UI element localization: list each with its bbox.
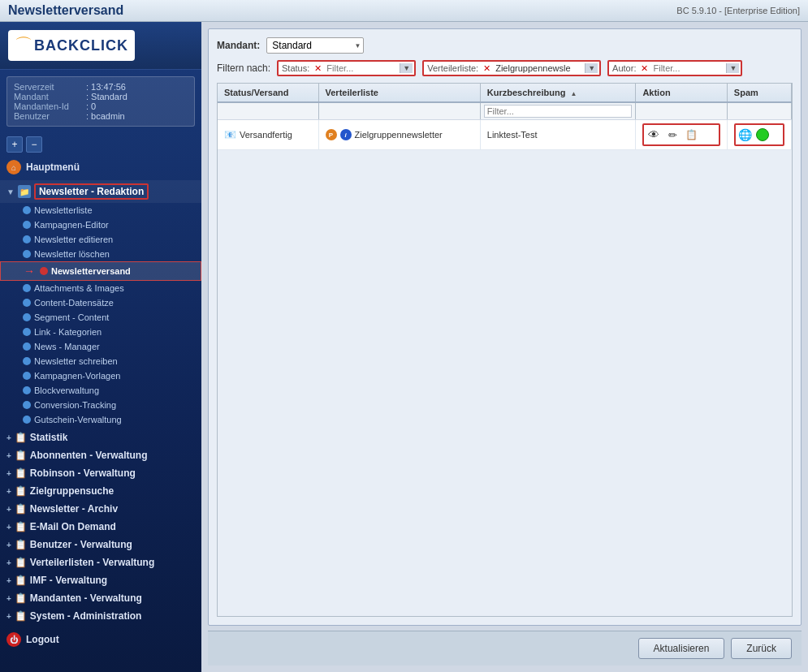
sidebar-item-segment-content[interactable]: Segment - Content [0, 310, 201, 325]
sidebar-item-newsletterliste[interactable]: Newsletterliste [0, 203, 201, 218]
filter-label: Filtern nach: [217, 62, 270, 74]
spam-green-btn[interactable] [756, 128, 769, 141]
serverzeit-label: Serverzeit [14, 82, 83, 92]
status-filter-dropdown[interactable]: ▼ [400, 63, 413, 73]
sidebar-item-link-kategorien[interactable]: Link - Kategorien [0, 325, 201, 339]
tool-add-btn[interactable]: + [6, 136, 23, 153]
dot-icon [23, 313, 31, 321]
expand-icon: + [6, 558, 11, 567]
verteilerliste-clear-btn[interactable]: ✕ [482, 63, 492, 74]
dot-icon [23, 284, 31, 292]
status-label: Status: [280, 63, 311, 73]
sidebar-item-content-datensaetze[interactable]: Content-Datensätze [0, 295, 201, 310]
nav-arrow-icon: → [24, 265, 35, 278]
logo-arc: ⌒ [15, 33, 32, 58]
mandant-value: : Standard [86, 92, 127, 101]
verteilerliste-filter-group: Verteilerliste: ✕ ▼ [422, 60, 601, 76]
col-status[interactable]: Status/Versand [218, 84, 318, 102]
verteilerliste-content: P i Zielgruppennewsletter [326, 129, 473, 140]
sidebar-item-newsletter-schreiben[interactable]: Newsletter schreiben [0, 354, 201, 368]
table-container: Status/Versand Verteilerliste Kurzbeschr… [217, 83, 793, 617]
sidebar-item-newsletter-archiv[interactable]: + 📋 Newsletter - Archiv [0, 500, 201, 518]
sidebar-item-abonnenten[interactable]: + 📋 Abonnenten - Verwaltung [0, 446, 201, 464]
expand-icon: + [6, 433, 11, 442]
dot-icon [23, 206, 31, 214]
autor-filter-dropdown[interactable]: ▼ [726, 63, 739, 73]
zurueck-button[interactable]: Zurück [731, 638, 792, 659]
top-bar: Newsletterversand BC 5.9.10 - [Enterpris… [0, 0, 808, 22]
sidebar: ⌒ BACKCLICK Serverzeit : 13:47:56 Mandan… [0, 22, 201, 672]
sidebar-item-gutschein-verwaltung[interactable]: Gutschein-Verwaltung [0, 412, 201, 427]
sidebar-item-benutzer[interactable]: + 📋 Benutzer - Verwaltung [0, 536, 201, 554]
bottom-bar: Aktualisieren Zurück [208, 631, 802, 666]
filter-cell-verteilerliste [318, 102, 480, 120]
status-clear-btn[interactable]: ✕ [313, 63, 323, 74]
page-title: Newsletterversand [8, 3, 676, 18]
sidebar-item-imf[interactable]: + 📋 IMF - Verwaltung [0, 571, 201, 589]
sidebar-item-newsletter-loeschen[interactable]: Newsletter löschen [0, 247, 201, 261]
sidebar-item-blockverwaltung[interactable]: Blockverwaltung [0, 383, 201, 398]
dot-icon [23, 372, 31, 380]
spam-cell: 🌐 [727, 120, 791, 150]
sidebar-item-newsletterversand[interactable]: → Newsletterversand [0, 261, 201, 281]
logo: ⌒ BACKCLICK [8, 30, 135, 61]
benutzer-label: Benutzer [14, 111, 83, 121]
sidebar-item-attachments[interactable]: Attachments & Images [0, 281, 201, 295]
sidebar-item-kampagnen-vorlagen[interactable]: Kampagnen-Vorlagen [0, 368, 201, 383]
autor-clear-btn[interactable]: ✕ [639, 63, 650, 74]
hauptmenu-label: Hauptmenü [26, 162, 80, 173]
status-filter-input[interactable] [325, 62, 398, 74]
sort-arrow-icon: ▲ [570, 90, 577, 97]
status-badge: 📧 Versandfertig [224, 129, 312, 140]
dot-icon [23, 221, 31, 229]
benutzer-value: : bcadmin [86, 111, 125, 121]
mandanten-id-value: : 0 [86, 101, 96, 111]
sidebar-item-statistik[interactable]: + 📋 Statistik [0, 429, 201, 446]
kurzbeschreibung-filter-input[interactable] [484, 105, 633, 118]
folder-icon: 📋 [15, 575, 27, 586]
folder-icon: 📋 [15, 467, 27, 479]
col-kurzbeschreibung[interactable]: Kurzbeschreibung ▲ [480, 84, 636, 102]
mandant-select[interactable]: Standard [266, 37, 364, 54]
table-row: 📧 Versandfertig P i Zielgruppen [218, 120, 792, 150]
sidebar-item-robinson[interactable]: + 📋 Robinson - Verwaltung [0, 464, 201, 482]
sidebar-item-hauptmenu[interactable]: ⌂ Hauptmenü [0, 156, 201, 179]
spam-buttons: 🌐 [734, 123, 784, 146]
expand-icon: + [6, 576, 11, 585]
content-panel: Mandant: Standard Filtern nach: Status: [208, 28, 802, 626]
mandant-label: Mandant [14, 92, 83, 101]
aktualisieren-button[interactable]: Aktualisieren [638, 638, 725, 659]
expand-icon: + [6, 523, 11, 532]
filter-cell-status [218, 102, 318, 120]
view-btn[interactable]: 👁 [646, 127, 662, 143]
expand-icon: + [6, 594, 11, 603]
sidebar-item-kampagnen-editor[interactable]: Kampagnen-Editor [0, 218, 201, 232]
sidebar-item-zielgruppensuche[interactable]: + 📋 Zielgruppensuche [0, 482, 201, 500]
verteilerliste-filter-input[interactable] [494, 62, 583, 74]
tool-minus-btn[interactable]: − [26, 136, 42, 153]
sidebar-item-mandanten[interactable]: + 📋 Mandanten - Verwaltung [0, 589, 201, 607]
action-buttons: 👁 ✏ 📋 [642, 123, 719, 146]
sidebar-item-verteilerlisten[interactable]: + 📋 Verteilerlisten - Verwaltung [0, 554, 201, 571]
edit-btn[interactable]: ✏ [664, 127, 681, 143]
filter-cell-aktion [636, 102, 727, 120]
col-verteilerliste[interactable]: Verteilerliste [318, 84, 480, 102]
sidebar-item-email-on-demand[interactable]: + 📋 E-Mail On Demand [0, 518, 201, 536]
table-header-row: Status/Versand Verteilerliste Kurzbeschr… [218, 84, 792, 102]
sidebar-tools: + − [0, 133, 201, 156]
sidebar-item-news-manager[interactable]: News - Manager [0, 339, 201, 354]
sidebar-item-conversion-tracking[interactable]: Conversion-Tracking [0, 398, 201, 412]
sidebar-item-system-admin[interactable]: + 📋 System - Administration [0, 607, 201, 625]
folder-icon: 📋 [15, 485, 27, 497]
spam-earth-btn[interactable]: 🌐 [737, 127, 754, 143]
verteilerliste-text: Zielgruppennewsletter [355, 130, 443, 140]
dot-icon-red [40, 267, 48, 275]
autor-label: Autor: [611, 63, 637, 73]
verteilerliste-filter-dropdown[interactable]: ▼ [585, 63, 598, 73]
sidebar-item-newsletter-editieren[interactable]: Newsletter editieren [0, 232, 201, 247]
copy-btn[interactable]: 📋 [683, 127, 699, 143]
newsletter-redaktion-header[interactable]: ▼ 📁 Newsletter - Redaktion [0, 180, 201, 203]
mandant-label: Mandant: [217, 40, 260, 51]
autor-filter-input[interactable] [651, 62, 724, 74]
logout-item[interactable]: ⏻ Logout [0, 628, 201, 651]
